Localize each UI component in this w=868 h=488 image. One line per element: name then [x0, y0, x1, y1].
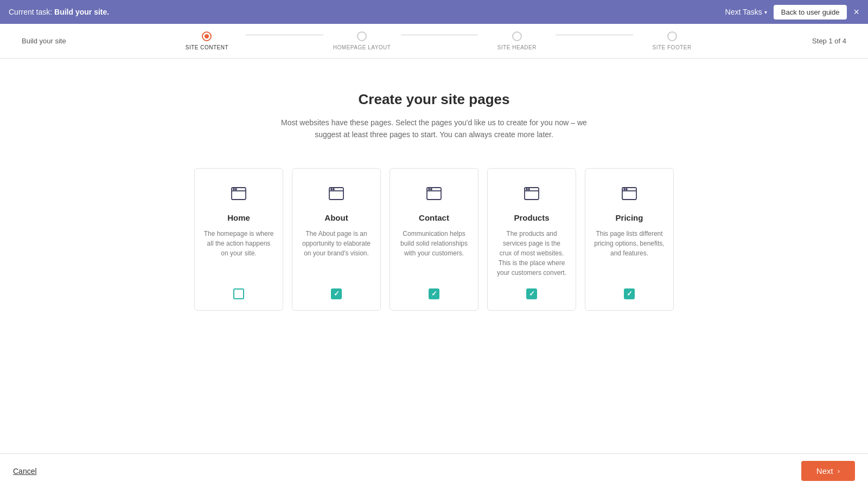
- next-tasks-button[interactable]: Next Tasks ▾: [725, 8, 767, 16]
- step-circle-4: [667, 31, 677, 41]
- card-home-description: The homepage is where all the action hap…: [203, 229, 274, 278]
- svg-point-18: [624, 189, 625, 190]
- back-to-guide-button[interactable]: Back to user guide: [774, 5, 847, 20]
- steps-container: SITE CONTENT HOMEPAGE LAYOUT SITE HEADER…: [76, 31, 803, 50]
- step-line-2: [401, 35, 478, 35]
- progress-label: Build your site: [22, 37, 76, 45]
- browser-icon-contact: [425, 185, 443, 204]
- step-site-footer[interactable]: SITE FOOTER: [633, 31, 711, 50]
- chevron-down-icon: ▾: [764, 9, 767, 15]
- svg-point-3: [235, 189, 237, 190]
- arrow-right-icon: ›: [838, 467, 840, 475]
- card-home-checkbox[interactable]: [233, 288, 244, 299]
- step-label-4: SITE FOOTER: [653, 44, 692, 50]
- card-pricing-description: This page lists different pricing option…: [594, 229, 665, 278]
- step-site-content[interactable]: SITE CONTENT: [168, 31, 246, 50]
- card-contact[interactable]: Contact Communication helps build solid …: [390, 168, 478, 311]
- close-button[interactable]: ×: [853, 7, 859, 17]
- card-contact-checkbox-area[interactable]: [429, 288, 439, 299]
- step-label-2: HOMEPAGE LAYOUT: [333, 44, 391, 50]
- progress-area: Build your site SITE CONTENT HOMEPAGE LA…: [0, 24, 868, 59]
- card-contact-title: Contact: [419, 213, 449, 222]
- browser-icon-pricing: [621, 185, 638, 204]
- card-pricing-checkbox[interactable]: [624, 288, 635, 299]
- current-task-label: Current task: Build your site.: [9, 8, 109, 16]
- cards-container: Home The homepage is where all the actio…: [194, 168, 674, 311]
- card-products[interactable]: Products The products and services page …: [487, 168, 576, 311]
- card-home-title: Home: [227, 213, 250, 222]
- svg-point-2: [233, 189, 234, 190]
- next-button[interactable]: Next ›: [801, 461, 855, 481]
- svg-point-14: [526, 189, 527, 190]
- main-content: Create your site pages Most websites hav…: [0, 59, 868, 453]
- step-homepage-layout[interactable]: HOMEPAGE LAYOUT: [323, 31, 401, 50]
- step-site-header[interactable]: SITE HEADER: [478, 31, 556, 50]
- steps-track: SITE CONTENT HOMEPAGE LAYOUT SITE HEADER…: [168, 31, 711, 50]
- card-pricing-checkbox-area[interactable]: [624, 288, 635, 299]
- step-line-1: [246, 35, 323, 35]
- step-indicator: Step 1 of 4: [803, 37, 846, 45]
- card-contact-description: Communication helps build solid relation…: [399, 229, 469, 278]
- card-pricing[interactable]: Pricing This page lists different pricin…: [585, 168, 674, 311]
- card-about-description: The About page is an opportunity to elab…: [301, 229, 372, 278]
- svg-point-11: [431, 189, 432, 190]
- page-title: Create your site pages: [359, 91, 510, 108]
- svg-point-10: [429, 189, 430, 190]
- step-circle-2: [357, 31, 367, 41]
- page-subtitle: Most websites have these pages. Select t…: [271, 117, 597, 141]
- card-home-checkbox-area[interactable]: [233, 288, 244, 299]
- cancel-button[interactable]: Cancel: [13, 467, 37, 476]
- top-bar: Current task: Build your site. Next Task…: [0, 0, 868, 24]
- card-pricing-title: Pricing: [616, 213, 643, 222]
- svg-point-6: [331, 189, 332, 190]
- step-circle-3: [512, 31, 522, 41]
- card-about[interactable]: About The About page is an opportunity t…: [292, 168, 381, 311]
- card-home[interactable]: Home The homepage is where all the actio…: [194, 168, 283, 311]
- svg-point-15: [528, 189, 529, 190]
- browser-icon-products: [523, 185, 540, 204]
- step-line-3: [556, 35, 633, 35]
- card-products-title: Products: [514, 213, 549, 222]
- svg-point-19: [626, 189, 627, 190]
- card-about-checkbox-area[interactable]: [331, 288, 342, 299]
- browser-icon-about: [328, 185, 345, 204]
- step-label-3: SITE HEADER: [497, 44, 537, 50]
- card-contact-checkbox[interactable]: [429, 288, 439, 299]
- bottom-bar: Cancel Next ›: [0, 453, 868, 488]
- top-bar-right: Next Tasks ▾ Back to user guide ×: [725, 5, 859, 20]
- card-products-checkbox-area[interactable]: [526, 288, 537, 299]
- card-about-title: About: [324, 213, 348, 222]
- card-about-checkbox[interactable]: [331, 288, 342, 299]
- svg-point-7: [333, 189, 334, 190]
- card-products-description: The products and services page is the cr…: [496, 229, 567, 278]
- browser-icon-home: [230, 185, 247, 204]
- card-products-checkbox[interactable]: [526, 288, 537, 299]
- step-label-1: SITE CONTENT: [186, 44, 228, 50]
- step-circle-1: [202, 31, 212, 41]
